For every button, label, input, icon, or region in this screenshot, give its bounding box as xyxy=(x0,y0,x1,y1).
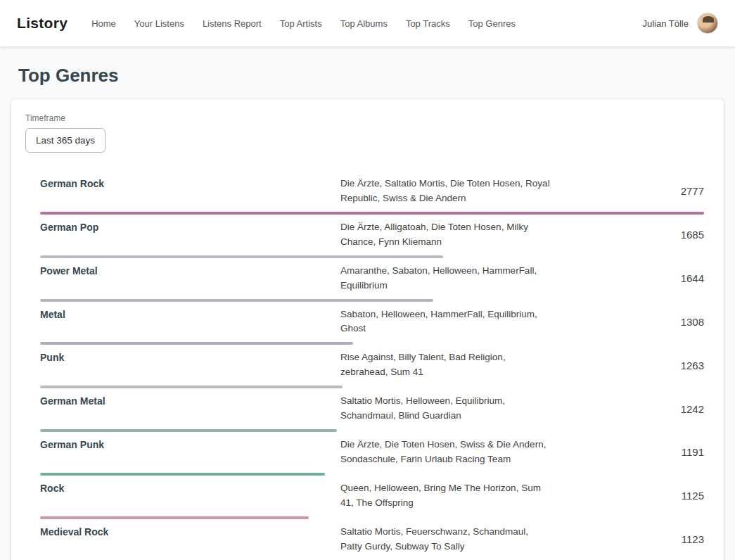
top-navigation-bar: Listory Home Your Listens Listens Report… xyxy=(0,0,735,46)
nav-item-home[interactable]: Home xyxy=(91,18,116,29)
genre-count: 1242 xyxy=(637,403,704,415)
avatar[interactable] xyxy=(697,13,718,34)
genre-row: German Rock Die Ärzte, Saltatio Mortis, … xyxy=(40,171,704,215)
genre-count: 1191 xyxy=(637,446,704,458)
genre-name: Power Metal xyxy=(40,264,328,293)
nav-item-top-albums[interactable]: Top Albums xyxy=(340,18,388,29)
genre-name: German Pop xyxy=(40,220,328,250)
genre-artists: Rise Against, Billy Talent, Bad Religion… xyxy=(340,350,550,380)
genre-count: 1263 xyxy=(637,359,704,371)
genre-row: German Metal Saltatio Mortis, Helloween,… xyxy=(40,388,704,432)
genre-count: 1644 xyxy=(637,272,704,284)
genre-count: 1308 xyxy=(637,316,704,328)
genre-row: Rock Queen, Helloween, Bring Me The Hori… xyxy=(40,476,704,519)
main-nav: Home Your Listens Listens Report Top Art… xyxy=(91,18,516,29)
genre-artists: Die Ärzte, Alligatoah, Die Toten Hosen, … xyxy=(340,220,550,250)
genre-row: German Punk Die Ärzte, Die Toten Hosen, … xyxy=(40,432,704,476)
genre-artists: Saltatio Mortis, Helloween, Equilibrium,… xyxy=(340,394,550,424)
genres-table: German Rock Die Ärzte, Saltatio Mortis, … xyxy=(40,171,704,560)
nav-item-your-listens[interactable]: Your Listens xyxy=(134,18,184,29)
genre-artists: Saltatio Mortis, Feuerschwanz, Schandmau… xyxy=(340,525,550,554)
genre-artists: Sabaton, Helloween, HammerFall, Equilibr… xyxy=(340,307,550,337)
timeframe-label: Timeframe xyxy=(25,113,707,123)
genre-artists: Queen, Helloween, Bring Me The Horizon, … xyxy=(340,481,550,511)
nav-item-top-artists[interactable]: Top Artists xyxy=(280,18,322,29)
genre-row: German Pop Die Ärzte, Alligatoah, Die To… xyxy=(40,215,704,258)
genre-row: Punk Rise Against, Billy Talent, Bad Rel… xyxy=(40,345,704,388)
genre-name: Punk xyxy=(40,350,328,380)
nav-item-top-genres[interactable]: Top Genres xyxy=(468,18,516,29)
genre-name: German Metal xyxy=(40,394,328,424)
nav-item-listens-report[interactable]: Listens Report xyxy=(203,18,262,29)
genre-artists: Die Ärzte, Die Toten Hosen, Swiss & Die … xyxy=(340,438,550,467)
genre-count: 1685 xyxy=(637,229,704,241)
genre-artists: Die Ärzte, Saltatio Mortis, Die Toten Ho… xyxy=(340,177,550,206)
genre-name: German Rock xyxy=(40,177,328,206)
genre-name: German Punk xyxy=(40,438,328,467)
genre-count: 1125 xyxy=(637,490,704,502)
genre-count: 1123 xyxy=(637,533,704,545)
user-name[interactable]: Julian Tölle xyxy=(642,18,689,29)
genre-name: Medieval Rock xyxy=(40,525,328,554)
genre-count: 2777 xyxy=(637,185,704,197)
app-logo[interactable]: Listory xyxy=(17,15,68,32)
genre-row: Metal Sabaton, Helloween, HammerFall, Eq… xyxy=(40,302,704,345)
top-genres-card: Timeframe Last 365 days German Rock Die … xyxy=(11,99,724,560)
genre-name: Metal xyxy=(40,307,328,337)
genre-row: Medieval Rock Saltatio Mortis, Feuerschw… xyxy=(40,519,704,560)
timeframe-select[interactable]: Last 365 days xyxy=(25,128,106,153)
genre-row: Power Metal Amaranthe, Sabaton, Hellowee… xyxy=(40,258,704,302)
nav-item-top-tracks[interactable]: Top Tracks xyxy=(406,18,450,29)
genre-name: Rock xyxy=(40,481,328,511)
user-area: Julian Tölle xyxy=(642,13,718,34)
genre-artists: Amaranthe, Sabaton, Helloween, HammerFal… xyxy=(340,264,550,293)
page-title: Top Genres xyxy=(18,65,735,87)
